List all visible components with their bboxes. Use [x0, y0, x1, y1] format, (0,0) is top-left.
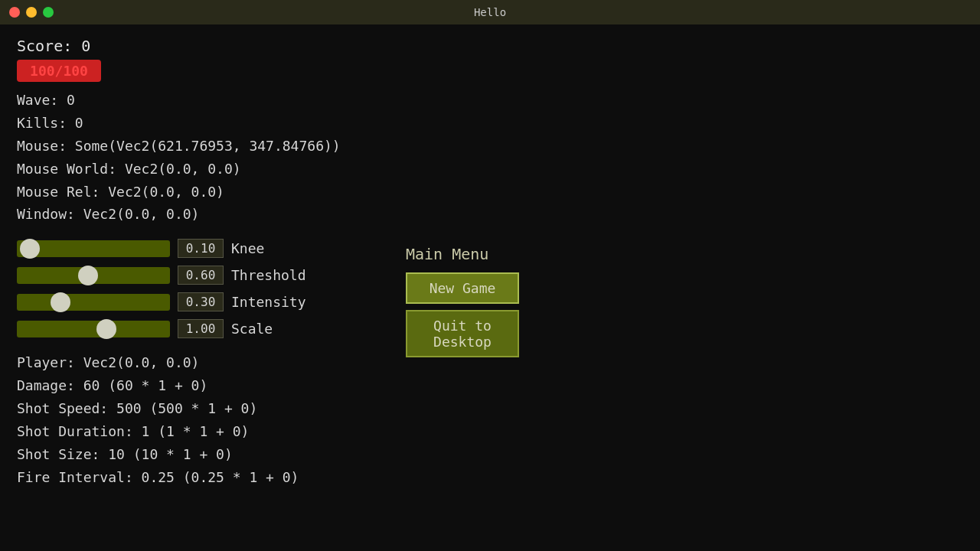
titlebar: Hello — [0, 0, 980, 24]
intensity-label: Intensity — [231, 294, 306, 310]
maximize-button[interactable] — [43, 7, 54, 18]
shot-duration-stat: Shot Duration: 1 (1 * 1 + 0) — [17, 421, 963, 442]
knee-slider-track[interactable] — [17, 240, 170, 257]
knee-slider-thumb[interactable] — [20, 239, 40, 259]
fire-interval-stat: Fire Interval: 0.25 (0.25 * 1 + 0) — [17, 467, 963, 488]
health-bar: 100/100 — [17, 60, 101, 82]
scale-slider-value[interactable] — [178, 319, 224, 338]
mouse-display: Mouse: Some(Vec2(621.76953, 347.84766)) — [17, 135, 963, 157]
threshold-slider-track[interactable] — [17, 267, 170, 284]
window-title: Hello — [474, 6, 506, 18]
wave-display: Wave: 0 — [17, 90, 963, 111]
threshold-slider-thumb[interactable] — [78, 266, 98, 285]
mouse-world-display: Mouse World: Vec2(0.0, 0.0) — [17, 158, 963, 180]
close-button[interactable] — [9, 7, 20, 18]
main-menu: Main Menu New Game Quit to Desktop — [406, 245, 519, 364]
intensity-slider-track[interactable] — [17, 294, 170, 311]
shot-size-stat: Shot Size: 10 (10 * 1 + 0) — [17, 444, 963, 465]
scale-slider-thumb[interactable] — [96, 319, 116, 339]
window-controls[interactable] — [9, 7, 54, 18]
knee-label: Knee — [231, 240, 264, 256]
damage-stat: Damage: 60 (60 * 1 + 0) — [17, 375, 963, 396]
kills-display: Kills: 0 — [17, 112, 963, 134]
intensity-slider-value[interactable] — [178, 292, 224, 311]
shot-speed-stat: Shot Speed: 500 (500 * 1 + 0) — [17, 398, 963, 419]
knee-slider-value[interactable] — [178, 239, 224, 258]
mouse-rel-display: Mouse Rel: Vec2(0.0, 0.0) — [17, 181, 963, 203]
scale-label: Scale — [231, 321, 273, 337]
scale-slider-track[interactable] — [17, 321, 170, 337]
main-menu-title: Main Menu — [406, 245, 519, 263]
threshold-label: Threshold — [231, 267, 306, 283]
window-display: Window: Vec2(0.0, 0.0) — [17, 204, 963, 225]
quit-to-desktop-button[interactable]: Quit to Desktop — [406, 310, 519, 357]
intensity-slider-thumb[interactable] — [51, 292, 70, 312]
score-display: Score: 0 — [17, 37, 963, 55]
threshold-slider-value[interactable] — [178, 266, 224, 285]
new-game-button[interactable]: New Game — [406, 272, 519, 304]
bottom-stats: Player: Vec2(0.0, 0.0) Damage: 60 (60 * … — [17, 352, 963, 487]
minimize-button[interactable] — [26, 7, 37, 18]
